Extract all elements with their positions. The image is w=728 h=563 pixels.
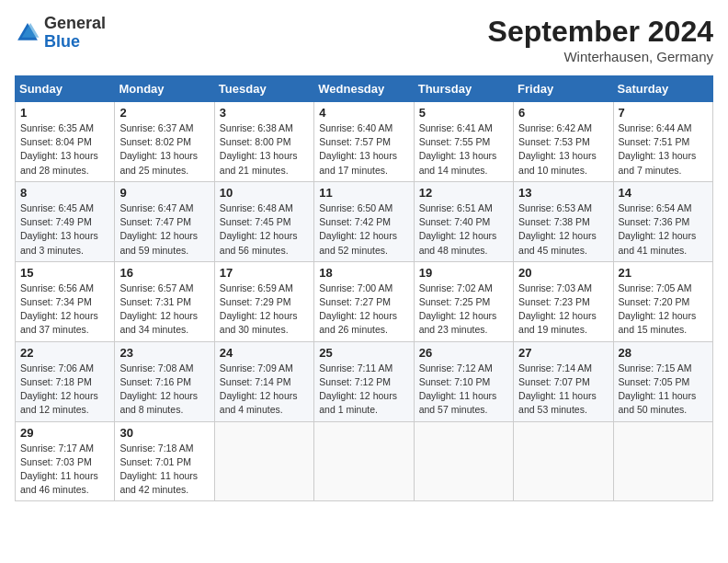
calendar-cell <box>613 421 712 501</box>
day-info: Sunrise: 7:02 AM Sunset: 7:25 PM Dayligh… <box>419 282 508 338</box>
day-info: Sunrise: 7:11 AM Sunset: 7:12 PM Dayligh… <box>319 362 408 418</box>
calendar-cell: 15Sunrise: 6:56 AM Sunset: 7:34 PM Dayli… <box>16 261 115 341</box>
column-header-thursday: Thursday <box>414 76 513 102</box>
day-info: Sunrise: 6:45 AM Sunset: 7:49 PM Dayligh… <box>20 201 109 258</box>
calendar-week-1: 1Sunrise: 6:35 AM Sunset: 8:04 PM Daylig… <box>16 102 713 182</box>
day-number: 25 <box>319 346 408 360</box>
calendar-cell: 27Sunrise: 7:14 AM Sunset: 7:07 PM Dayli… <box>514 341 613 421</box>
calendar-table: SundayMondayTuesdayWednesdayThursdayFrid… <box>15 75 713 501</box>
calendar-week-2: 8Sunrise: 6:45 AM Sunset: 7:49 PM Daylig… <box>16 181 713 261</box>
day-info: Sunrise: 7:06 AM Sunset: 7:18 PM Dayligh… <box>20 362 109 418</box>
column-header-friday: Friday <box>514 76 613 102</box>
day-number: 10 <box>220 186 309 200</box>
calendar-cell: 3Sunrise: 6:38 AM Sunset: 8:00 PM Daylig… <box>214 102 313 182</box>
day-info: Sunrise: 6:53 AM Sunset: 7:38 PM Dayligh… <box>518 201 608 258</box>
day-number: 1 <box>20 106 109 120</box>
day-info: Sunrise: 6:59 AM Sunset: 7:29 PM Dayligh… <box>220 282 309 338</box>
calendar-week-4: 22Sunrise: 7:06 AM Sunset: 7:18 PM Dayli… <box>16 341 713 421</box>
day-number: 29 <box>20 426 109 440</box>
day-info: Sunrise: 6:37 AM Sunset: 8:02 PM Dayligh… <box>119 121 209 178</box>
calendar-header: SundayMondayTuesdayWednesdayThursdayFrid… <box>16 76 713 102</box>
day-info: Sunrise: 7:15 AM Sunset: 7:05 PM Dayligh… <box>619 362 708 418</box>
calendar-cell: 6Sunrise: 6:42 AM Sunset: 7:53 PM Daylig… <box>514 102 613 182</box>
calendar-cell <box>414 421 513 501</box>
calendar-cell: 30Sunrise: 7:18 AM Sunset: 7:01 PM Dayli… <box>115 421 214 501</box>
calendar-cell: 25Sunrise: 7:11 AM Sunset: 7:12 PM Dayli… <box>314 341 414 421</box>
calendar-cell: 13Sunrise: 6:53 AM Sunset: 7:38 PM Dayli… <box>514 181 613 261</box>
day-number: 26 <box>419 346 508 360</box>
day-number: 30 <box>119 426 209 440</box>
calendar-cell: 18Sunrise: 7:00 AM Sunset: 7:27 PM Dayli… <box>314 261 414 341</box>
day-info: Sunrise: 7:03 AM Sunset: 7:23 PM Dayligh… <box>518 282 608 338</box>
day-info: Sunrise: 7:00 AM Sunset: 7:27 PM Dayligh… <box>319 282 408 338</box>
calendar-cell: 8Sunrise: 6:45 AM Sunset: 7:49 PM Daylig… <box>16 181 115 261</box>
day-info: Sunrise: 6:51 AM Sunset: 7:40 PM Dayligh… <box>419 201 508 258</box>
calendar-cell: 2Sunrise: 6:37 AM Sunset: 8:02 PM Daylig… <box>115 102 214 182</box>
column-header-saturday: Saturday <box>613 76 712 102</box>
calendar-cell: 9Sunrise: 6:47 AM Sunset: 7:47 PM Daylig… <box>115 181 214 261</box>
page-header: General Blue September 2024 Winterhausen… <box>15 15 713 64</box>
day-info: Sunrise: 6:41 AM Sunset: 7:55 PM Dayligh… <box>419 121 508 178</box>
day-number: 23 <box>119 346 209 360</box>
day-number: 5 <box>419 106 508 120</box>
calendar-cell: 5Sunrise: 6:41 AM Sunset: 7:55 PM Daylig… <box>414 102 513 182</box>
calendar-cell: 21Sunrise: 7:05 AM Sunset: 7:20 PM Dayli… <box>613 261 712 341</box>
day-number: 27 <box>518 346 608 360</box>
calendar-cell: 7Sunrise: 6:44 AM Sunset: 7:51 PM Daylig… <box>613 102 712 182</box>
calendar-cell: 17Sunrise: 6:59 AM Sunset: 7:29 PM Dayli… <box>214 261 313 341</box>
calendar-week-3: 15Sunrise: 6:56 AM Sunset: 7:34 PM Dayli… <box>16 261 713 341</box>
calendar-cell: 10Sunrise: 6:48 AM Sunset: 7:45 PM Dayli… <box>214 181 313 261</box>
calendar-cell: 14Sunrise: 6:54 AM Sunset: 7:36 PM Dayli… <box>613 181 712 261</box>
column-header-wednesday: Wednesday <box>314 76 414 102</box>
calendar-cell <box>514 421 613 501</box>
day-number: 8 <box>20 186 109 200</box>
column-header-monday: Monday <box>115 76 214 102</box>
month-title: September 2024 <box>488 15 713 49</box>
day-info: Sunrise: 7:14 AM Sunset: 7:07 PM Dayligh… <box>518 362 608 418</box>
day-info: Sunrise: 6:50 AM Sunset: 7:42 PM Dayligh… <box>319 201 408 258</box>
day-number: 13 <box>518 186 608 200</box>
day-number: 16 <box>119 266 209 280</box>
calendar-cell: 26Sunrise: 7:12 AM Sunset: 7:10 PM Dayli… <box>414 341 513 421</box>
day-info: Sunrise: 6:40 AM Sunset: 7:57 PM Dayligh… <box>319 121 408 178</box>
day-info: Sunrise: 6:35 AM Sunset: 8:04 PM Dayligh… <box>20 121 109 178</box>
day-number: 9 <box>119 186 209 200</box>
day-number: 4 <box>319 106 408 120</box>
day-number: 2 <box>119 106 209 120</box>
day-number: 28 <box>619 346 708 360</box>
logo-general-text: General <box>44 14 106 32</box>
day-info: Sunrise: 7:17 AM Sunset: 7:03 PM Dayligh… <box>20 442 109 498</box>
day-number: 17 <box>220 266 309 280</box>
day-info: Sunrise: 7:08 AM Sunset: 7:16 PM Dayligh… <box>119 362 209 418</box>
calendar-cell: 23Sunrise: 7:08 AM Sunset: 7:16 PM Dayli… <box>115 341 214 421</box>
day-info: Sunrise: 6:38 AM Sunset: 8:00 PM Dayligh… <box>220 121 309 178</box>
day-info: Sunrise: 6:56 AM Sunset: 7:34 PM Dayligh… <box>20 282 109 338</box>
logo-blue-text: Blue <box>44 32 80 51</box>
calendar-cell: 19Sunrise: 7:02 AM Sunset: 7:25 PM Dayli… <box>414 261 513 341</box>
calendar-cell: 1Sunrise: 6:35 AM Sunset: 8:04 PM Daylig… <box>16 102 115 182</box>
calendar-cell: 29Sunrise: 7:17 AM Sunset: 7:03 PM Dayli… <box>16 421 115 501</box>
day-info: Sunrise: 6:48 AM Sunset: 7:45 PM Dayligh… <box>220 201 309 258</box>
day-number: 18 <box>319 266 408 280</box>
location: Winterhausen, Germany <box>488 49 713 64</box>
day-number: 3 <box>220 106 309 120</box>
calendar-cell: 4Sunrise: 6:40 AM Sunset: 7:57 PM Daylig… <box>314 102 414 182</box>
calendar-cell: 22Sunrise: 7:06 AM Sunset: 7:18 PM Dayli… <box>16 341 115 421</box>
logo: General Blue <box>15 15 106 52</box>
day-number: 20 <box>518 266 608 280</box>
day-info: Sunrise: 6:47 AM Sunset: 7:47 PM Dayligh… <box>119 201 209 258</box>
calendar-cell: 24Sunrise: 7:09 AM Sunset: 7:14 PM Dayli… <box>214 341 313 421</box>
day-info: Sunrise: 6:44 AM Sunset: 7:51 PM Dayligh… <box>619 121 708 178</box>
day-number: 6 <box>518 106 608 120</box>
day-info: Sunrise: 6:42 AM Sunset: 7:53 PM Dayligh… <box>518 121 608 178</box>
day-info: Sunrise: 6:57 AM Sunset: 7:31 PM Dayligh… <box>119 282 209 338</box>
day-number: 15 <box>20 266 109 280</box>
day-number: 7 <box>619 106 708 120</box>
logo-icon <box>15 20 40 46</box>
calendar-cell <box>314 421 414 501</box>
calendar-cell: 20Sunrise: 7:03 AM Sunset: 7:23 PM Dayli… <box>514 261 613 341</box>
calendar-cell <box>214 421 313 501</box>
day-info: Sunrise: 7:18 AM Sunset: 7:01 PM Dayligh… <box>119 442 209 498</box>
calendar-cell: 16Sunrise: 6:57 AM Sunset: 7:31 PM Dayli… <box>115 261 214 341</box>
day-info: Sunrise: 6:54 AM Sunset: 7:36 PM Dayligh… <box>619 201 708 258</box>
